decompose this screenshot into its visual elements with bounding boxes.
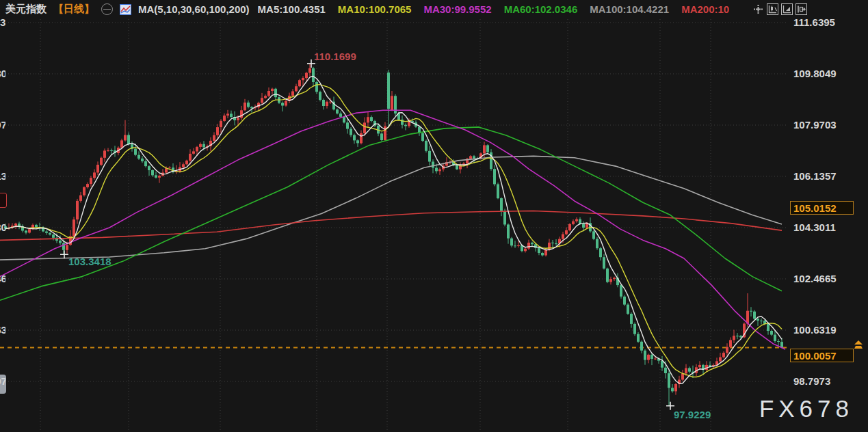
candle: [425, 139, 428, 152]
candle: [630, 312, 633, 328]
candle: [367, 112, 369, 127]
candle: [609, 277, 612, 285]
line-chart-view-icon[interactable]: [781, 3, 793, 15]
candle: [291, 89, 294, 96]
candle: [438, 167, 441, 175]
candle: [637, 332, 640, 343]
candle: [285, 100, 287, 107]
candle: [753, 310, 756, 321]
candle: [315, 81, 318, 94]
exit-fullscreen-icon[interactable]: [795, 3, 807, 15]
candle: [404, 123, 407, 130]
candle: [14, 223, 17, 229]
candle: [760, 319, 763, 325]
candle: [90, 176, 92, 187]
candle: [83, 187, 86, 197]
candle: [774, 331, 776, 343]
swing-low-annotation: 103.3418: [68, 256, 111, 267]
candle: [497, 183, 499, 199]
candle: [387, 70, 390, 127]
candle: [86, 183, 89, 189]
crosshair-icon[interactable]: [752, 3, 764, 15]
current-price-tag: 100.0057: [790, 349, 854, 362]
left-axis-label-clipped: 109.8049: [0, 68, 5, 80]
candle: [199, 142, 202, 149]
ma-line-ma30: [0, 110, 785, 349]
candle: [490, 149, 492, 171]
candle: [107, 148, 109, 152]
candle: [541, 252, 544, 256]
candle: [144, 159, 147, 167]
candle: [261, 93, 263, 105]
candle: [380, 133, 383, 141]
ma-value-ma5: MA5:100.4351: [258, 3, 326, 15]
candle: [445, 157, 448, 167]
candle: [213, 132, 215, 141]
candle: [606, 268, 609, 284]
candle: [271, 87, 274, 94]
candle: [267, 87, 270, 97]
candle: [719, 353, 722, 362]
left-axis-label-clipped: 104.3011: [0, 221, 5, 234]
candle: [565, 228, 568, 235]
candle: [394, 94, 397, 116]
candle: [192, 148, 195, 154]
candle: [356, 139, 359, 147]
candle: [568, 223, 571, 231]
period-label[interactable]: 【日线】: [53, 3, 94, 16]
v-gridlines: [40, 19, 711, 432]
candle: [247, 100, 250, 109]
candle: [698, 361, 701, 369]
left-axis-label-clipped: 106.1357: [0, 170, 5, 183]
candle: [551, 240, 554, 248]
candle: [38, 223, 41, 231]
candle: [141, 156, 144, 163]
candle: [493, 165, 496, 186]
candle: [319, 91, 321, 102]
candle: [158, 174, 161, 183]
ma-value-ma60: MA60:102.0346: [504, 3, 578, 15]
candle: [647, 353, 650, 363]
candle: [226, 110, 229, 118]
candle: [507, 224, 510, 244]
mini-candlestick-icon[interactable]: [120, 4, 131, 15]
candle: [613, 277, 616, 281]
candle: [575, 217, 578, 223]
candle: [49, 232, 51, 235]
candle: [96, 161, 99, 175]
candle: [148, 165, 150, 176]
candlestick-chart-canvas[interactable]: [0, 0, 868, 432]
candle: [678, 376, 681, 388]
ma-line-ma10: [5, 85, 782, 377]
left-axis-label-clipped: 102.4665: [0, 273, 5, 285]
candle: [596, 237, 599, 250]
candle: [500, 198, 503, 217]
candle: [661, 356, 663, 371]
candle: [161, 169, 164, 176]
candle: [514, 241, 516, 248]
candle: [155, 172, 157, 178]
candle: [640, 340, 643, 353]
left-axis-label-clipped: 100.6319: [0, 324, 5, 336]
candle: [722, 351, 725, 359]
candle: [93, 170, 96, 180]
left-axis-label-clipped: 98.7973: [0, 375, 5, 388]
candle: [555, 239, 557, 245]
collapse-circle-icon[interactable]: [101, 3, 113, 15]
chart-window: 美元指数 【日线】 MA(5,10,30,60,100,200) MA5:100…: [0, 0, 868, 432]
high-price-annotation: 110.1699: [314, 51, 356, 62]
candle: [230, 111, 233, 118]
candle: [103, 148, 106, 162]
y-axis-label: 98.7973: [793, 375, 830, 388]
candle: [353, 134, 356, 144]
candle: [18, 221, 21, 229]
left-axis-label-clipped: 107.9703: [0, 119, 5, 131]
candle: [688, 366, 691, 373]
left-clipped-price-tag: [0, 193, 7, 208]
candle: [42, 226, 44, 232]
ma-params-label: MA(5,10,30,60,100,200): [138, 3, 250, 15]
y-axis-label: 107.9703: [793, 119, 837, 131]
candle-chart-view-icon[interactable]: [767, 3, 778, 15]
candles: [4, 64, 783, 406]
candle: [733, 330, 735, 344]
